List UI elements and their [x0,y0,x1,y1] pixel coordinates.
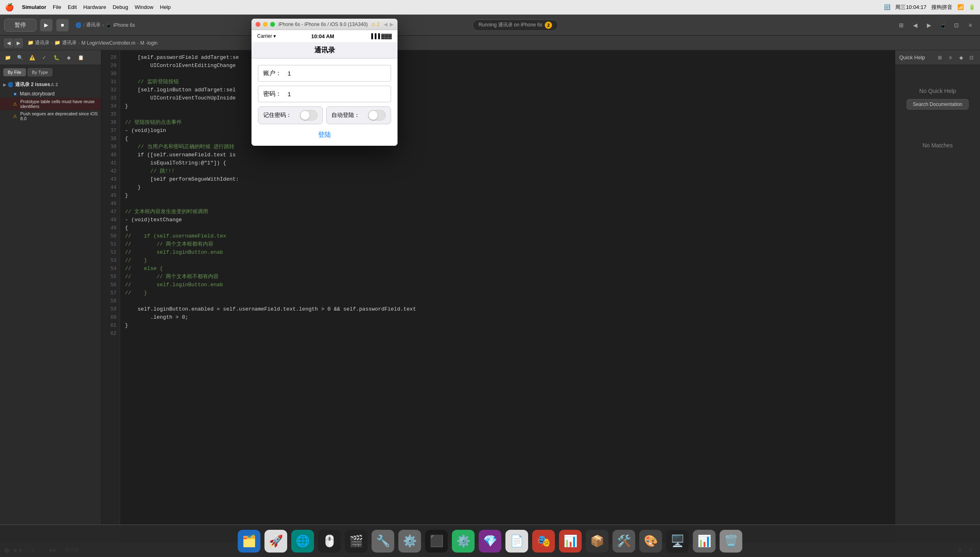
input-method-icon[interactable]: 🔡 [884,4,890,10]
warning-1-text: Prototype table cells must have reuse id… [20,99,98,109]
nav-tool-tests[interactable]: ✓ [39,52,49,63]
nav-root-label: 通讯录 2 issues [15,81,50,88]
nav-tool-breakpoints[interactable]: ◆ [63,52,74,63]
sim-autologin-toggle[interactable]: 自动登陆： [326,106,391,124]
sim-remember-switch[interactable] [300,110,318,121]
filepath-file[interactable]: M LoginViewController.m [82,40,135,46]
nav-tool-debug[interactable]: 🐛 [51,52,62,63]
right-panel-content: No Quick Help Search Documentation No Ma… [895,65,980,542]
menu-item-simulator[interactable]: Simulator [22,4,46,10]
dock-terminal[interactable]: ⬛ [425,530,448,553]
inspector-tool-2[interactable]: ≡ [946,53,955,62]
code-line-57: // } [125,289,895,297]
code-line-31: // 监听登陆按钮 [125,78,895,86]
nav-warning-1[interactable]: ⚠ Prototype table cells must have reuse … [0,98,101,110]
filepath-segment-1[interactable]: 📁 通讯录 [28,39,49,46]
breadcrumb-part1[interactable]: 通讯录 [86,22,101,28]
dock-sketch[interactable]: 💎 [479,530,501,553]
code-line-38: { [125,135,895,143]
panel-toggle[interactable]: ≡ [965,19,976,31]
nav-prev[interactable]: ◀ [4,39,13,47]
right-panel-header: Quick Help ⊞ ≡ ◆ ⊡ [895,50,980,65]
datetime-display: 周三10:04:17 [895,4,926,11]
code-line-61: } [125,322,895,330]
toolbar-right: ⊞ ◀ ▶ 📱 ⊡ ≡ [896,19,976,31]
filepath-segment-2[interactable]: 📁 通讯录 [54,39,76,46]
dock-chart[interactable]: 📊 [693,530,716,553]
inspector-tool-4[interactable]: ⊡ [967,53,976,62]
dock-screen[interactable]: 🖥️ [666,530,689,553]
inspector-tool-3[interactable]: ◆ [956,53,965,62]
sim-username-field[interactable]: 账户： 1 [258,65,391,82]
nav-back[interactable]: ◀ [909,19,921,31]
dock-finder[interactable]: 🗂️ [238,530,260,553]
nav-tool-issues[interactable]: ⚠️ [27,52,37,63]
filepath-method[interactable]: M -login [140,40,158,46]
nav-forward[interactable]: ▶ [923,19,935,31]
menu-item-debug[interactable]: Debug [113,4,128,10]
dock-tools[interactable]: 🔧 [372,530,394,553]
inspector-tool-1[interactable]: ⊞ [935,53,944,62]
code-line-51: // // 两个文本框都有内容 [125,240,895,248]
nav-warning-2[interactable]: ⚠ Push segues are deprecated since iOS 8… [0,110,101,122]
menu-item-hardware[interactable]: Hardware [83,4,106,10]
code-line-54: // else { [125,265,895,273]
menu-item-file[interactable]: File [53,4,61,10]
dock-launchpad[interactable]: 🚀 [264,530,287,553]
dock-tool2[interactable]: 🛠️ [612,530,635,553]
code-line-48: - (void)textChange [125,216,895,224]
nav-tool-reports[interactable]: 📋 [75,52,86,63]
scheme-switcher[interactable]: ⊞ [896,19,907,31]
dock-xcode[interactable]: ⚙️ [398,530,421,553]
dock-mouse[interactable]: 🖱️ [318,530,341,553]
menu-item-edit[interactable]: Edit [68,4,77,10]
dock-trash[interactable]: 🗑️ [720,530,742,553]
menu-item-window[interactable]: Window [135,4,153,10]
sim-password-field[interactable]: 密码： 1 [258,86,391,102]
simulator-window: iPhone 6s - iPhone 6s / iOS 9.0 (13A340)… [251,50,398,146]
code-line-55: // // 两个文本框不都有内容 [125,273,895,281]
nav-next[interactable]: ▶ [14,39,23,47]
no-quick-help-text: No Quick Help [919,88,956,94]
nav-tool-folder[interactable]: 📁 [2,52,13,63]
filter-by-type[interactable]: By Type [28,68,53,76]
code-line-29: UIControlEventEditingChange [125,62,895,70]
code-line-62 [125,330,895,338]
dock-textedit[interactable]: 📄 [505,530,528,553]
nav-root-item[interactable]: ▶ 🌀 通讯录 2 issues ⚠ 2 [0,80,101,90]
dock-ppt[interactable]: 📊 [559,530,582,553]
nav-item-storyboard[interactable]: ■ Main.storyboard [0,90,101,98]
dock-settings[interactable]: ⚙️ [452,530,475,553]
code-line-36: // 登陆按钮的点击事件 [125,119,895,127]
code-line-37: - (void)login [125,127,895,135]
pause-button[interactable]: 暂停 [4,19,37,32]
sim-remember-toggle[interactable]: 记住密码： [258,106,323,124]
sim-login-button[interactable]: 登陆 [318,131,331,139]
battery-icon: 🔋 [969,4,975,10]
stop-button[interactable]: ■ [56,19,69,32]
apple-menu[interactable]: 🍎 [5,3,14,12]
search-documentation-button[interactable]: Search Documentation [907,99,968,110]
warning-badge: 2 [545,22,552,29]
layout-toggle[interactable]: ⊡ [951,19,962,31]
dock-video[interactable]: 🎬 [345,530,368,553]
dock-puppet[interactable]: 🎭 [532,530,555,553]
nav-tool-search[interactable]: 🔍 [15,52,25,63]
menu-item-help[interactable]: Help [160,4,171,10]
code-line-46 [125,200,895,208]
filter-by-file[interactable]: By File [3,68,26,76]
code-lines[interactable]: [self.passwordField addTarget:se UIContr… [120,50,895,542]
dock-safari[interactable]: 🌐 [291,530,314,553]
code-line-43: [self performSegueWithIdent: [125,175,895,184]
sim-autologin-switch[interactable] [368,110,386,121]
code-editor[interactable]: 2829303132333435363738394041424344454647… [101,50,895,542]
dock-media[interactable]: 📦 [586,530,608,553]
simulator-btn[interactable]: 📱 [937,19,948,31]
run-button[interactable]: ▶ [40,19,53,32]
dock-art[interactable]: 🎨 [639,530,662,553]
navigator-toolbar: 📁 🔍 ⚠️ ✓ 🐛 ◆ 📋 [0,50,101,65]
breadcrumb-device[interactable]: iPhone 6s [113,22,135,28]
code-line-44: } [125,184,895,192]
sougou-pinyin[interactable]: 搜狗拼音 [931,4,952,11]
code-line-39: // 当用户名和密码正确的时候 进行跳转 [125,143,895,151]
